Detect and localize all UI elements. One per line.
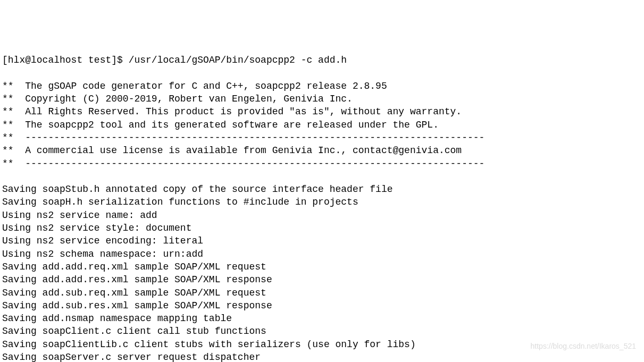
banner-line: ** All Rights Reserved. This product is … (2, 106, 462, 117)
terminal-output[interactable]: [hlx@localhost test]$ /usr/local/gSOAP/b… (2, 54, 642, 362)
output-line: Using ns2 service style: document (2, 223, 191, 233)
output-line: Saving add.sub.res.xml sample SOAP/XML r… (2, 300, 272, 311)
output-line: Saving add.sub.req.xml sample SOAP/XML r… (2, 288, 266, 298)
output-line: Saving soapClient.c client call stub fun… (2, 326, 266, 336)
banner-line: ** Copyright (C) 2000-2019, Robert van E… (2, 94, 353, 104)
output-line: Using ns2 service name: add (2, 210, 157, 221)
command-text: /usr/local/gSOAP/bin/soapcpp2 -c add.h (129, 55, 347, 65)
output-line: Saving add.nsmap namespace mapping table (2, 313, 232, 324)
banner-line: ** A commercial use license is available… (2, 145, 462, 156)
banner-line: ** -------------------------------------… (2, 132, 484, 143)
output-line: Saving soapH.h serialization functions t… (2, 197, 358, 207)
banner-line: ** The gSOAP code generator for C and C+… (2, 81, 387, 91)
output-line: Saving add.add.res.xml sample SOAP/XML r… (2, 274, 272, 285)
banner-line: ** The soapcpp2 tool and its generated s… (2, 120, 439, 130)
banner-line: ** -------------------------------------… (2, 158, 484, 169)
output-line: Using ns2 service encoding: literal (2, 235, 203, 246)
shell-prompt: [hlx@localhost test]$ (2, 55, 123, 65)
output-line: Saving soapServer.c server request dispa… (2, 352, 261, 362)
output-line: Saving soapClientLib.c client stubs with… (2, 339, 416, 350)
output-line: Using ns2 schema namespace: urn:add (2, 249, 203, 259)
output-line: Saving add.add.req.xml sample SOAP/XML r… (2, 262, 266, 272)
output-line: Saving soapStub.h annotated copy of the … (2, 184, 393, 195)
